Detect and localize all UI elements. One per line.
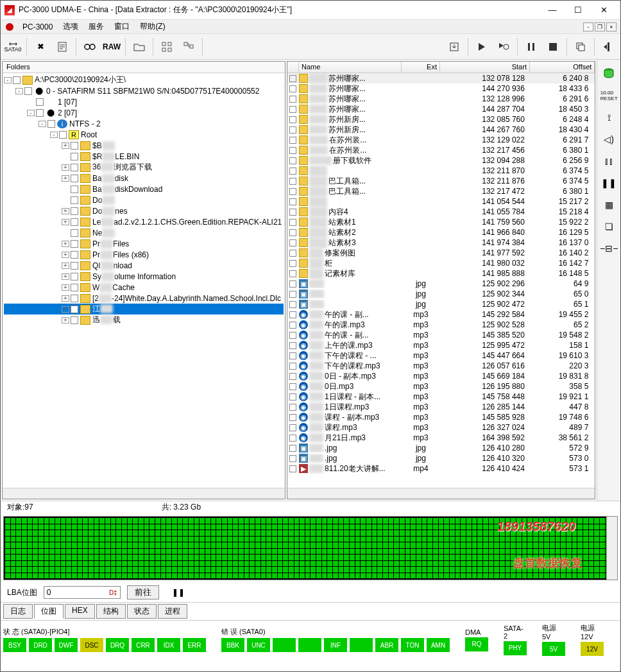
tree-node[interactable]: +江xx bbox=[4, 304, 284, 314]
tab-结构[interactable]: 结构 bbox=[96, 604, 126, 619]
file-list-header[interactable]: Name Ext Start Offset bbox=[287, 62, 595, 73]
file-row[interactable]: 每xx站素材3 141 974 384 16 137 0 bbox=[287, 237, 595, 248]
file-row[interactable]: xxxx苏州哪家... 144 287 704 18 450 3 bbox=[287, 104, 595, 114]
settings-play-icon[interactable] bbox=[494, 37, 513, 56]
file-row[interactable]: xxxx苏州哪家... 132 078 128 6 240 8 bbox=[287, 73, 595, 83]
copy-icon[interactable] bbox=[571, 37, 590, 56]
tree-icon-1[interactable] bbox=[157, 37, 176, 56]
tab-位图[interactable]: 位图 bbox=[34, 604, 64, 619]
binoculars-icon[interactable] bbox=[80, 37, 99, 56]
tree-node[interactable]: +36xx浏览器下载 bbox=[4, 162, 284, 173]
tab-状态[interactable]: 状态 bbox=[127, 604, 157, 619]
pause2-icon[interactable]: ❚❚ bbox=[599, 173, 619, 193]
file-row[interactable]: 图标 141 054 544 15 217 2 bbox=[287, 196, 595, 207]
exit-icon[interactable] bbox=[599, 37, 618, 56]
tree-node[interactable]: BaxxdiskDownload bbox=[4, 184, 284, 194]
tree-node[interactable]: -⬤2 [07] bbox=[4, 107, 284, 118]
file-row[interactable]: QQ3x册下载软件 132 094 288 6 256 9 bbox=[287, 155, 595, 166]
filelist-hscroll[interactable] bbox=[287, 488, 595, 499]
export-icon[interactable] bbox=[445, 37, 464, 56]
file-row[interactable]: ◉xxx上午的课.mp3 mp3 125 995 472 158 1 bbox=[287, 340, 595, 350]
hw-blank[interactable] bbox=[350, 638, 373, 652]
file-row[interactable]: 硬x柜 141 980 032 16 142 7 bbox=[287, 258, 595, 268]
layers-icon[interactable]: ❏ bbox=[599, 216, 619, 237]
menu-help[interactable]: 帮助(Z) bbox=[135, 20, 170, 33]
file-row[interactable]: ◉xxx午的课 - 副... mp3 145 385 520 19 548 2 bbox=[287, 330, 595, 340]
file-row[interactable]: xxxx苏州新房... 144 267 760 18 430 4 bbox=[287, 125, 595, 135]
tree-node[interactable]: +QIxxnload bbox=[4, 260, 284, 271]
tree-node[interactable]: +PrxxFiles (x86) bbox=[4, 249, 284, 260]
file-row[interactable]: ◉xxx午的课 - 副... mp3 145 292 584 19 455 2 bbox=[287, 309, 595, 320]
hw-CRR[interactable]: CRR bbox=[132, 638, 155, 652]
file-row[interactable]: 作图 132 211 870 6 374 5 bbox=[287, 166, 595, 176]
file-list[interactable]: xxxx苏州哪家... 132 078 128 6 240 8 xxxx苏州哪家… bbox=[287, 73, 595, 488]
tree-node[interactable]: +Doxxnes bbox=[4, 205, 284, 216]
hw-DWF[interactable]: DWF bbox=[55, 638, 78, 652]
hw-PHY[interactable]: PHY bbox=[504, 641, 527, 655]
go-button[interactable]: 前往 bbox=[127, 585, 159, 599]
file-row[interactable]: 每xx内容4 141 055 784 15 218 4 bbox=[287, 207, 595, 217]
hw-5V[interactable]: 5V bbox=[542, 642, 565, 656]
file-row[interactable]: ◉xxx课程.mp3 mp3 126 327 024 489 7 bbox=[287, 422, 595, 433]
tab-HEX[interactable]: HEX bbox=[65, 604, 95, 619]
tree-node[interactable]: +PrxxFiles bbox=[4, 238, 284, 249]
col-name[interactable]: Name bbox=[299, 62, 402, 73]
file-row[interactable]: ▶xxx811.20老大讲解... mp4 126 410 424 573 1 bbox=[287, 463, 595, 474]
reset-icon[interactable]: 10.00RESET bbox=[599, 85, 619, 106]
tree-node[interactable]: -iNTFS - 2 bbox=[4, 118, 284, 129]
menu-services[interactable]: 服务 bbox=[83, 20, 109, 33]
folder-tree[interactable]: -A:\PC3000\20190924小王\-⬤0 - SATAFIRM S11… bbox=[3, 73, 285, 488]
tree-node[interactable]: 1 [07] bbox=[4, 96, 284, 107]
db-icon[interactable] bbox=[599, 64, 619, 84]
tree-node[interactable]: +[2xx-24]White.Day.A.Labyrinth.Named.Sch… bbox=[4, 293, 284, 304]
report-icon[interactable] bbox=[53, 37, 72, 56]
hw-ABR[interactable]: ABR bbox=[375, 638, 398, 652]
tree-node[interactable]: +$Bxx bbox=[4, 140, 284, 151]
file-row[interactable]: xxxx苏州新房... 132 085 760 6 248 4 bbox=[287, 114, 595, 125]
file-row[interactable]: 每xx站素材1 141 759 560 15 922 2 bbox=[287, 217, 595, 227]
file-row[interactable]: ◉xxx1日课程.mp3 mp3 126 285 144 447 8 bbox=[287, 402, 595, 412]
hw-12V[interactable]: 12V bbox=[581, 642, 604, 656]
sector-map-scroll[interactable] bbox=[606, 517, 617, 580]
sound-icon[interactable]: ◁) bbox=[599, 129, 619, 150]
tree-node[interactable]: +迅xx载 bbox=[4, 314, 284, 325]
file-row[interactable]: ◉xxx月21日.mp3 mp3 164 398 592 38 561 2 bbox=[287, 433, 595, 443]
file-row[interactable]: ▣1xx jpg 125 902 472 65 1 bbox=[287, 299, 595, 309]
lba-input[interactable]: 0D‡ bbox=[44, 586, 121, 599]
col-offset[interactable]: Offset bbox=[530, 62, 595, 73]
file-row[interactable]: 发发巴工具箱... 132 217 472 6 380 1 bbox=[287, 186, 595, 196]
file-row[interactable]: ◉xxx0日.mp3 mp3 126 195 880 358 5 bbox=[287, 381, 595, 392]
tab-进程[interactable]: 进程 bbox=[158, 604, 187, 619]
sata0-button[interactable]: ⟷SATA0 bbox=[3, 37, 22, 56]
mdi-close-button[interactable]: × bbox=[606, 22, 617, 31]
tree-node[interactable]: +Lexxad.2.v2.1.2.1.CHS.Green.Edition.REP… bbox=[4, 216, 284, 227]
mdi-restore-button[interactable]: ❐ bbox=[595, 22, 605, 31]
hw-DSC[interactable]: DSC bbox=[80, 638, 103, 652]
file-row[interactable]: ▣xxx.jpg jpg 126 410 280 572 9 bbox=[287, 443, 595, 453]
tree-node[interactable]: Nexx bbox=[4, 227, 284, 238]
hw-RQ[interactable]: RQ bbox=[465, 637, 488, 651]
tree-node[interactable]: +WxxCache bbox=[4, 282, 284, 293]
file-row[interactable]: ◉xxx课程 - 副本.mp3 mp3 145 585 928 19 748 6 bbox=[287, 412, 595, 422]
maximize-button[interactable]: ☐ bbox=[565, 1, 591, 19]
stop-icon[interactable] bbox=[543, 37, 563, 56]
tab-日志[interactable]: 日志 bbox=[3, 604, 33, 619]
hw-blank[interactable] bbox=[273, 638, 296, 652]
hw-INF[interactable]: INF bbox=[324, 638, 347, 652]
open-folder-icon[interactable] bbox=[130, 37, 149, 56]
hw-TON[interactable]: TON bbox=[401, 638, 424, 652]
menu-options[interactable]: 选项 bbox=[58, 20, 83, 33]
tree-icon-2[interactable] bbox=[179, 37, 198, 56]
scale-icon[interactable]: ⫿⫿ bbox=[599, 151, 619, 171]
hw-blank[interactable] bbox=[298, 638, 321, 652]
file-row[interactable]: 发发巴工具箱... 132 211 876 6 374 5 bbox=[287, 176, 595, 186]
tree-node[interactable]: Doxx bbox=[4, 194, 284, 205]
tree-node[interactable]: +Baxxdisk bbox=[4, 173, 284, 184]
tree-node[interactable]: -⬤0 - SATAFIRM S11 SBFM21W0 S/N:045D0775… bbox=[4, 85, 284, 96]
file-row[interactable]: ◉xxx1日课程 - 副本... mp3 145 758 448 19 921 … bbox=[287, 392, 595, 402]
file-row[interactable]: 每xx站素材2 141 966 840 16 129 5 bbox=[287, 227, 595, 237]
file-row[interactable]: 毛x修案例图 141 977 592 16 140 2 bbox=[287, 248, 595, 258]
minimize-button[interactable]: — bbox=[540, 1, 565, 19]
file-row[interactable]: ◉xxx午的课.mp3 mp3 125 902 528 65 2 bbox=[287, 320, 595, 330]
tree-node[interactable]: -A:\PC3000\20190924小王\ bbox=[4, 74, 284, 85]
